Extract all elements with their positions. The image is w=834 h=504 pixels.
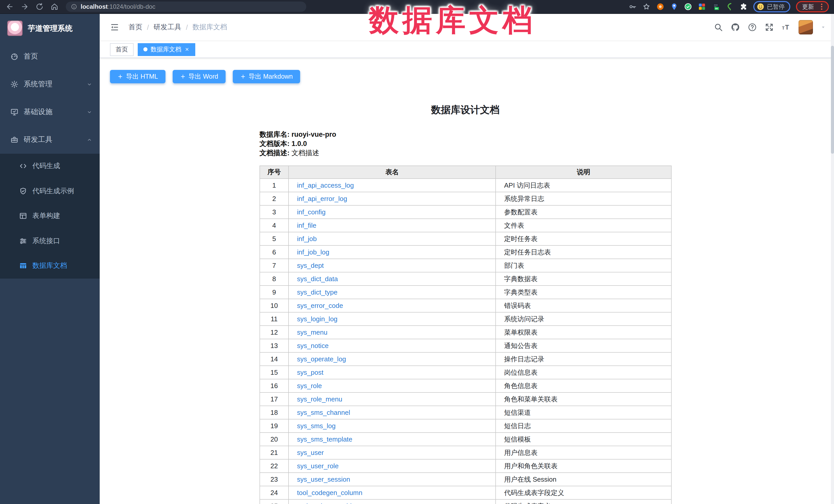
extension-check-icon[interactable] bbox=[684, 3, 692, 11]
sidebar-item-系统管理[interactable]: 系统管理 bbox=[0, 70, 100, 98]
password-manager-icon[interactable] bbox=[628, 3, 636, 11]
paused-extension-badge[interactable]: 已暂停 bbox=[753, 1, 790, 12]
table-row: 5inf_job定时任务表 bbox=[260, 232, 671, 245]
export-word-button[interactable]: 导出 Word bbox=[172, 70, 225, 83]
table-link[interactable]: inf_config bbox=[297, 208, 326, 216]
caret-down-icon[interactable] bbox=[821, 25, 826, 30]
fullscreen-icon[interactable] bbox=[765, 23, 774, 32]
table-link[interactable]: sys_dict_data bbox=[297, 275, 338, 283]
sidebar-item-代码生成示例[interactable]: 代码生成示例 bbox=[0, 179, 100, 203]
app-logo[interactable]: 芋道管理系统 bbox=[0, 14, 100, 43]
table-link[interactable]: sys_role_menu bbox=[297, 395, 342, 403]
table-link[interactable]: inf_api_access_log bbox=[297, 181, 354, 189]
collapse-sidebar-icon[interactable] bbox=[110, 23, 119, 32]
table-link[interactable]: sys_user bbox=[297, 449, 324, 457]
table-link[interactable]: inf_job_log bbox=[297, 248, 329, 256]
table-name-cell: inf_file bbox=[288, 219, 496, 232]
tab-首页[interactable]: 首页 bbox=[110, 43, 134, 56]
close-icon[interactable] bbox=[184, 47, 190, 52]
sidebar-item-表单构建[interactable]: 表单构建 bbox=[0, 203, 100, 228]
extension-green-icon[interactable] bbox=[725, 3, 733, 11]
extension-grid-icon[interactable] bbox=[698, 3, 706, 11]
table-link[interactable]: sys_dept bbox=[297, 262, 324, 269]
table-row: 12sys_menu菜单权限表 bbox=[260, 326, 671, 339]
page-scrollbar[interactable] bbox=[831, 14, 834, 504]
table-link[interactable]: sys_error_code bbox=[297, 302, 343, 309]
table-link[interactable]: sys_login_log bbox=[297, 315, 337, 323]
browser-reload-button[interactable] bbox=[36, 3, 44, 11]
table-link[interactable]: sys_user_role bbox=[297, 462, 338, 470]
active-tab-dot bbox=[144, 47, 148, 51]
table-row: 8sys_dict_data字典数据表 bbox=[260, 272, 671, 286]
page-info-icon[interactable] bbox=[71, 4, 77, 10]
extensions-puzzle-icon[interactable] bbox=[739, 3, 747, 11]
table-row: 22sys_user_role用户和角色关联表 bbox=[260, 459, 671, 473]
table-row: 21sys_user用户信息表 bbox=[260, 446, 671, 459]
sidebar-item-研发工具[interactable]: 研发工具 bbox=[0, 126, 100, 154]
table-link[interactable]: inf_api_error_log bbox=[297, 195, 347, 202]
table-link[interactable]: sys_sms_template bbox=[297, 435, 352, 443]
tab-数据库文档[interactable]: 数据库文档 bbox=[138, 43, 195, 56]
extension-orange-icon[interactable] bbox=[656, 3, 664, 11]
table-row: 9sys_dict_type字典类型表 bbox=[260, 286, 671, 299]
browser-update-badge[interactable]: 更新 bbox=[796, 1, 829, 12]
table-link[interactable]: sys_role bbox=[297, 382, 322, 390]
extension-pin-icon[interactable] bbox=[670, 3, 678, 11]
table-link[interactable]: sys_notice bbox=[297, 342, 329, 350]
table-link[interactable]: inf_job bbox=[297, 235, 317, 243]
avatar[interactable] bbox=[798, 20, 813, 35]
table-link[interactable]: sys_sms_channel bbox=[297, 409, 350, 416]
app-window: 芋道管理系统 首页系统管理基础设施研发工具代码生成代码生成示例表单构建系统接口数… bbox=[0, 14, 834, 504]
extension-on-icon[interactable]: on bbox=[711, 3, 720, 11]
table-desc-cell: 错误码表 bbox=[496, 299, 671, 312]
scrollbar-handle[interactable] bbox=[831, 46, 834, 154]
form-icon bbox=[19, 212, 27, 220]
github-icon[interactable] bbox=[731, 23, 740, 32]
table-desc-cell: 字典数据表 bbox=[496, 272, 671, 286]
table-link[interactable]: sys_post bbox=[297, 369, 324, 376]
browser-menu-icon[interactable] bbox=[817, 3, 826, 11]
export-html-button[interactable]: 导出 HTML bbox=[110, 70, 165, 83]
table-link[interactable]: tool_codegen_table bbox=[297, 502, 355, 504]
table-name-cell: inf_api_error_log bbox=[288, 192, 496, 205]
table-link[interactable]: sys_sms_log bbox=[297, 422, 335, 430]
row-index-cell: 8 bbox=[260, 272, 288, 286]
app-title: 芋道管理系统 bbox=[28, 23, 72, 33]
export-markdown-button[interactable]: 导出 Markdown bbox=[233, 70, 300, 83]
table-desc-cell: 参数配置表 bbox=[496, 205, 671, 219]
table-link[interactable]: sys_operate_log bbox=[297, 355, 346, 363]
sidebar-item-首页[interactable]: 首页 bbox=[0, 43, 100, 70]
sidebar-item-系统接口[interactable]: 系统接口 bbox=[0, 228, 100, 254]
url-bar[interactable]: localhost:1024/tool/db-doc bbox=[66, 2, 306, 12]
search-icon[interactable] bbox=[714, 23, 723, 32]
browser-home-button[interactable] bbox=[50, 3, 59, 11]
table-name-cell: inf_config bbox=[288, 205, 496, 219]
doc-title: 数据库设计文档 bbox=[260, 103, 671, 117]
browser-forward-button[interactable] bbox=[21, 3, 29, 11]
table-link[interactable]: tool_codegen_column bbox=[297, 489, 362, 497]
sidebar-item-基础设施[interactable]: 基础设施 bbox=[0, 98, 100, 126]
row-index-cell: 12 bbox=[260, 326, 288, 339]
table-link[interactable]: inf_file bbox=[297, 222, 316, 229]
table-link[interactable]: sys_user_session bbox=[297, 476, 350, 483]
breadcrumb-item: 数据库文档 bbox=[193, 23, 227, 32]
sidebar-item-数据库文档[interactable]: 数据库文档 bbox=[0, 254, 100, 278]
table-link[interactable]: sys_dict_type bbox=[297, 288, 337, 296]
table-header-cell: 表名 bbox=[288, 166, 496, 179]
breadcrumb-item[interactable]: 研发工具 bbox=[154, 23, 181, 32]
sidebar-item-label: 基础设施 bbox=[24, 107, 81, 117]
breadcrumb-item[interactable]: 首页 bbox=[129, 23, 142, 32]
sidebar-item-代码生成[interactable]: 代码生成 bbox=[0, 154, 100, 179]
font-size-icon[interactable]: TT bbox=[782, 23, 791, 32]
row-index-cell: 5 bbox=[260, 232, 288, 245]
header-actions: TT bbox=[714, 20, 826, 35]
browser-back-button[interactable] bbox=[6, 3, 14, 11]
button-label: 导出 Word bbox=[188, 72, 218, 81]
bookmark-star-icon[interactable] bbox=[642, 3, 650, 11]
table-name-cell: sys_sms_log bbox=[288, 419, 496, 433]
svg-text:on: on bbox=[715, 7, 718, 10]
table-desc-cell: 代码生成表字段定义 bbox=[496, 486, 671, 499]
help-icon[interactable] bbox=[748, 23, 757, 32]
table-name-cell: sys_dict_type bbox=[288, 286, 496, 299]
table-link[interactable]: sys_menu bbox=[297, 328, 328, 336]
